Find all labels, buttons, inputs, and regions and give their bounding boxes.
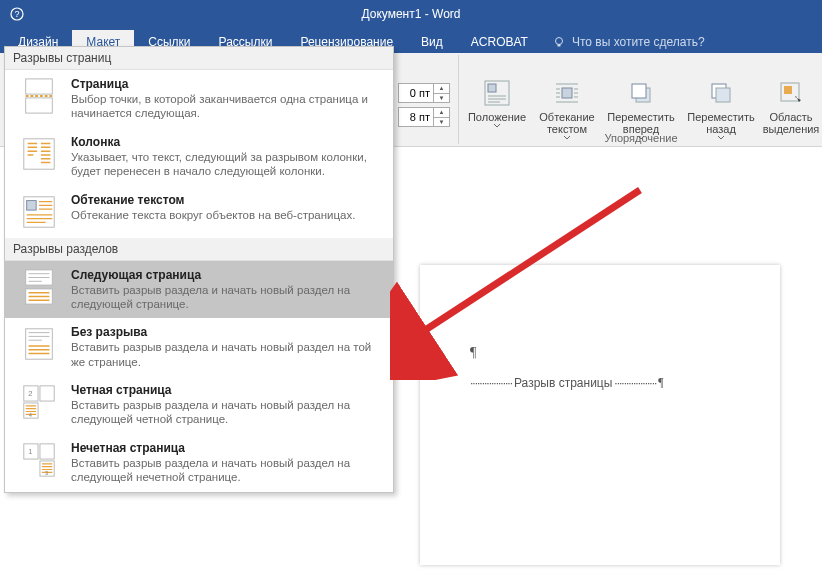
- spin-up[interactable]: ▲: [434, 108, 449, 118]
- tab-view[interactable]: Вид: [407, 30, 457, 53]
- backward-icon: [707, 79, 735, 107]
- chevron-down-icon: [493, 123, 501, 129]
- svg-rect-14: [784, 86, 792, 94]
- position-icon: [483, 79, 511, 107]
- menu-item-column[interactable]: КолонкаУказывает, что текст, следующий з…: [5, 128, 393, 186]
- menu-item-title: Четная страница: [71, 383, 383, 397]
- position-label: Положение: [468, 111, 526, 123]
- menu-item-even-page[interactable]: 24 Четная страницаВставить разрыв раздел…: [5, 376, 393, 434]
- wrap-icon: [553, 79, 581, 107]
- svg-rect-8: [562, 88, 572, 98]
- break-dots-right: ··················: [614, 376, 656, 390]
- spacing-after-spinbox[interactable]: ▲▼: [398, 107, 450, 127]
- svg-rect-16: [26, 98, 53, 113]
- menu-item-desc: Вставить разрыв раздела и начать новый р…: [71, 398, 383, 427]
- menu-item-odd-page[interactable]: 13 Нечетная страницаВставить разрыв разд…: [5, 434, 393, 492]
- svg-text:1: 1: [28, 447, 32, 456]
- spin-up[interactable]: ▲: [434, 84, 449, 94]
- bulb-icon: [552, 35, 566, 49]
- spin-down[interactable]: ▼: [434, 94, 449, 103]
- menu-item-text-wrapping[interactable]: Обтекание текстомОбтекание текста вокруг…: [5, 186, 393, 238]
- break-dots-left: ··················: [470, 376, 512, 390]
- page-break-icon: [19, 77, 59, 115]
- page-break-indicator: ·················· Разрыв страницы ·····…: [470, 375, 664, 390]
- spacing-before-spinbox[interactable]: ▲▼: [398, 83, 450, 103]
- menu-item-next-page[interactable]: Следующая страницаВставить разрыв раздел…: [5, 261, 393, 319]
- svg-rect-7: [488, 84, 496, 92]
- separator: [458, 55, 459, 144]
- tab-acrobat[interactable]: ACROBAT: [457, 30, 542, 53]
- svg-rect-25: [40, 386, 54, 401]
- selection-pane-icon: [777, 79, 805, 107]
- forward-icon: [627, 79, 655, 107]
- menu-item-title: Страница: [71, 77, 383, 91]
- menu-item-desc: Выбор точки, в которой заканчивается одн…: [71, 92, 383, 121]
- document-page[interactable]: ¶ ·················· Разрыв страницы ···…: [420, 265, 780, 565]
- spin-down[interactable]: ▼: [434, 118, 449, 127]
- breaks-menu: Разрывы страниц СтраницаВыбор точки, в к…: [4, 46, 394, 493]
- window-title: Документ1 - Word: [361, 7, 460, 21]
- even-page-icon: 24: [19, 383, 59, 421]
- spacing-before-input[interactable]: [399, 84, 433, 102]
- odd-page-icon: 13: [19, 441, 59, 479]
- menu-item-page[interactable]: СтраницаВыбор точки, в которой заканчива…: [5, 70, 393, 128]
- spacing-after-input[interactable]: [399, 108, 433, 126]
- svg-rect-3: [557, 44, 560, 47]
- svg-rect-22: [26, 329, 53, 359]
- paragraph-mark: ¶: [658, 375, 663, 390]
- menu-item-desc: Вставить разрыв раздела и начать новый р…: [71, 340, 383, 369]
- next-page-icon: [19, 268, 59, 306]
- menu-item-title: Следующая страница: [71, 268, 383, 282]
- menu-item-title: Колонка: [71, 135, 383, 149]
- text-wrap-break-icon: [19, 193, 59, 231]
- menu-item-desc: Вставить разрыв раздела и начать новый р…: [71, 456, 383, 485]
- menu-item-desc: Вставить разрыв раздела и начать новый р…: [71, 283, 383, 312]
- svg-rect-19: [27, 200, 37, 210]
- svg-rect-10: [632, 84, 646, 98]
- title-bar: ? Документ1 - Word: [0, 0, 822, 28]
- tell-me-search[interactable]: Что вы хотите сделать?: [542, 31, 715, 53]
- svg-text:4: 4: [29, 412, 32, 418]
- page-breaks-header: Разрывы страниц: [5, 47, 393, 70]
- menu-item-title: Обтекание текстом: [71, 193, 355, 207]
- tell-me-label: Что вы хотите сделать?: [572, 35, 705, 49]
- menu-item-desc: Указывает, что текст, следующий за разры…: [71, 150, 383, 179]
- section-breaks-header: Разрывы разделов: [5, 238, 393, 261]
- svg-rect-12: [716, 88, 730, 102]
- menu-item-title: Без разрыва: [71, 325, 383, 339]
- menu-item-title: Нечетная страница: [71, 441, 383, 455]
- svg-point-2: [555, 38, 562, 45]
- svg-rect-15: [26, 79, 53, 94]
- page-break-label: Разрыв страницы: [514, 376, 612, 390]
- menu-item-desc: Обтекание текста вокруг объектов на веб-…: [71, 208, 355, 222]
- svg-text:2: 2: [28, 389, 32, 398]
- help-icon[interactable]: ?: [10, 7, 24, 21]
- svg-rect-30: [40, 444, 54, 459]
- continuous-icon: [19, 325, 59, 363]
- paragraph-mark: ¶: [470, 345, 476, 361]
- menu-item-continuous[interactable]: Без разрываВставить разрыв раздела и нач…: [5, 318, 393, 376]
- svg-text:3: 3: [45, 470, 48, 476]
- arrange-group-caption: Упорядочение: [462, 132, 820, 144]
- column-break-icon: [19, 135, 59, 173]
- svg-text:?: ?: [14, 9, 19, 19]
